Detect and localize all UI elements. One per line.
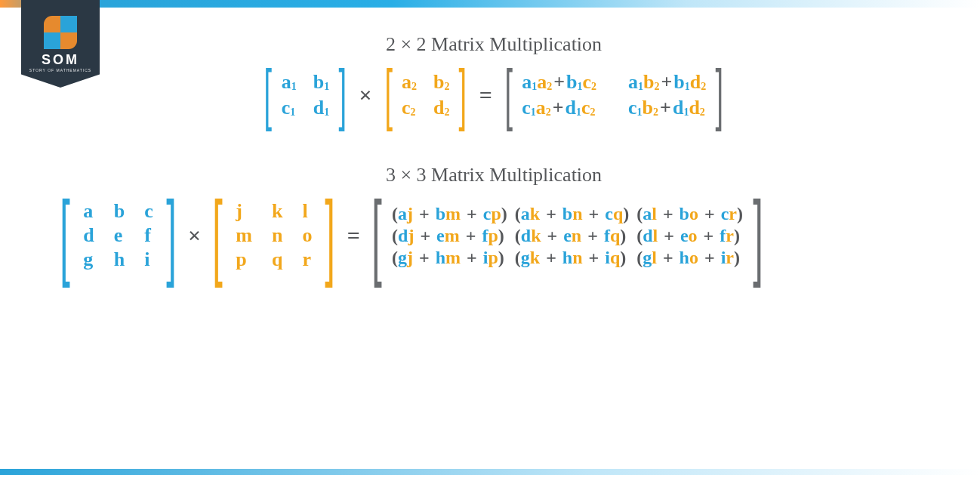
matrix-a-3x3: [ abc def ghi ] <box>53 200 183 271</box>
matrix-b-cells: a2 b2 c2 d2 <box>397 71 454 119</box>
bottom-gradient-bar <box>0 469 980 475</box>
bracket-right-icon: ] <box>753 198 763 273</box>
matrix-result-cells: a1a2+b1c2 a1b2+b1d2 c1a2+d1c2 c1b2+d1d2 <box>517 71 710 119</box>
result-cell: (gj + hm + ip) <box>392 248 507 268</box>
bracket-left-icon: [ <box>264 68 273 122</box>
bracket-right-icon: ] <box>459 68 467 122</box>
result-cell: (dl + eo + fr) <box>636 226 743 246</box>
times-operator: × <box>356 82 375 108</box>
bracket-right-icon: ] <box>716 68 724 122</box>
matrix-result-3x3: [ (aj + bm + cp)(ak + bn + cq)(al + bo +… <box>365 201 770 271</box>
result-cell: (dk + en + fq) <box>515 226 629 246</box>
top-gradient-bar <box>0 0 980 8</box>
bracket-right-icon: ] <box>339 68 347 122</box>
result-cell: (al + bo + cr) <box>636 204 743 224</box>
bracket-right-icon: ] <box>166 198 177 273</box>
result-cell: (gk + hn + iq) <box>515 248 629 268</box>
section-3x3: 3 × 3 Matrix Multiplication [ abc def gh… <box>38 164 950 271</box>
equals-operator: = <box>344 223 363 248</box>
result-cell: (gl + ho + ir) <box>636 248 743 268</box>
result-cell: (aj + bm + cp) <box>392 204 507 224</box>
equals-operator: = <box>476 82 495 108</box>
matrix-result3-cells: (aj + bm + cp)(ak + bn + cq)(al + bo + c… <box>389 204 746 268</box>
matrix-b-2x2: [ a2 b2 c2 d2 ] <box>380 69 472 120</box>
result-cell: (dj + em + fp) <box>392 226 507 246</box>
bracket-left-icon: [ <box>371 198 382 273</box>
matrix-b-3x3: [ jkl mno pqr ] <box>205 200 343 271</box>
result-cell: (ak + bn + cq) <box>515 204 629 224</box>
main-content: 2 × 2 Matrix Multiplication [ a1 b1 c1 d… <box>0 23 980 271</box>
bracket-right-icon: ] <box>325 198 336 273</box>
times-operator: × <box>185 223 204 248</box>
bracket-left-icon: [ <box>212 198 223 273</box>
title-2x2: 2 × 2 Matrix Multiplication <box>38 33 950 56</box>
bracket-left-icon: [ <box>60 198 70 273</box>
matrix-b3-cells: jkl mno pqr <box>230 200 318 271</box>
bracket-left-icon: [ <box>384 68 393 122</box>
matrix-a-cells: a1 b1 c1 d1 <box>277 71 334 119</box>
bracket-left-icon: [ <box>504 68 513 122</box>
equation-3x3: [ abc def ghi ] × [ jkl mno pqr ] <box>38 200 950 271</box>
equation-2x2: [ a1 b1 c1 d1 ] × [ a2 b2 c2 d2 ] = <box>38 69 950 120</box>
matrix-a3-cells: abc def ghi <box>77 200 159 271</box>
matrix-result-2x2: [ a1a2+b1c2 a1b2+b1d2 c1a2+d1c2 c1b2+d1d… <box>500 69 729 120</box>
matrix-a-2x2: [ a1 b1 c1 d1 ] <box>259 69 351 120</box>
